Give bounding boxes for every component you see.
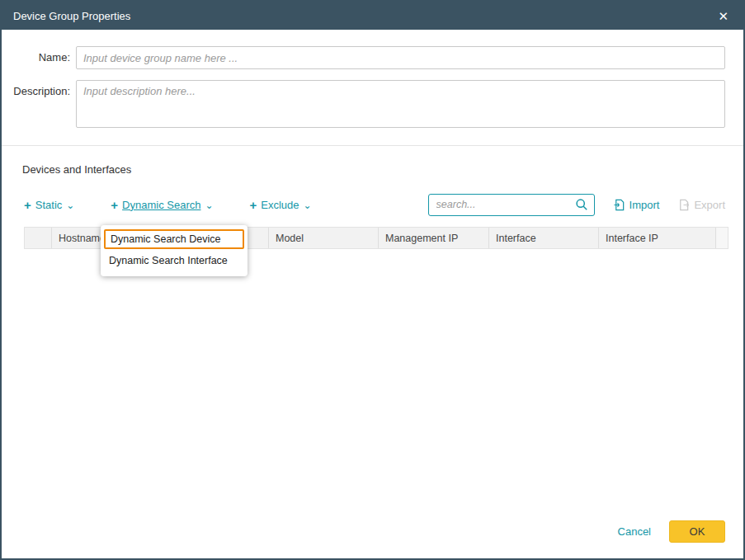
search-input[interactable] [436,199,575,210]
device-group-properties-dialog: Device Group Properties ✕ Name: Descript… [0,0,745,560]
description-label: Description: [2,80,76,128]
chevron-down-icon: ⌄ [205,200,213,210]
description-input[interactable] [76,80,725,128]
import-button[interactable]: Import [613,199,660,211]
name-input[interactable] [76,46,725,69]
cancel-button[interactable]: Cancel [618,525,651,538]
plus-icon: + [24,199,31,211]
table-body-empty [24,249,728,492]
chevron-down-icon: ⌄ [66,200,74,210]
form-area: Name: Description: [2,30,743,139]
ok-button[interactable]: OK [669,520,725,543]
search-box [428,194,595,216]
dynamic-search-dropdown-menu: Dynamic Search Device Dynamic Search Int… [101,225,248,276]
dialog-footer: Cancel OK [2,515,743,558]
devices-toolbar: + Static ⌄ + Dynamic Search ⌄ + Exclude … [2,176,743,216]
table-header-select [25,228,52,248]
table-header-interface-ip[interactable]: Interface IP [599,228,716,248]
import-icon [613,199,625,211]
menu-item-dynamic-search-interface[interactable]: Dynamic Search Interface [101,251,248,271]
dialog-titlebar: Device Group Properties ✕ [2,2,743,30]
dynamic-search-label: Dynamic Search [122,199,200,211]
plus-icon: + [111,199,118,211]
export-icon [677,199,690,211]
table-header-interface[interactable]: Interface [489,228,599,248]
table-header-model[interactable]: Model [269,228,379,248]
export-button: Export [677,199,725,211]
dialog-title: Device Group Properties [13,10,130,22]
add-static-button[interactable]: + Static ⌄ [24,199,74,211]
export-label: Export [694,199,725,211]
exclude-label: Exclude [261,199,299,211]
name-row: Name: [2,46,725,69]
import-label: Import [629,199,660,211]
search-icon[interactable] [575,198,588,211]
add-exclude-button[interactable]: + Exclude ⌄ [250,199,312,211]
table-header-management-ip[interactable]: Management IP [379,228,489,248]
plus-icon: + [250,199,257,211]
chevron-down-icon: ⌄ [304,200,312,210]
description-row: Description: [2,80,725,128]
add-dynamic-search-button[interactable]: + Dynamic Search ⌄ [111,199,213,211]
name-label: Name: [2,46,76,69]
table-scrollbar-track[interactable] [716,228,728,248]
section-title: Devices and Interfaces [2,146,743,176]
menu-item-dynamic-search-device[interactable]: Dynamic Search Device [104,229,244,249]
static-label: Static [35,199,63,211]
close-icon[interactable]: ✕ [714,8,732,24]
